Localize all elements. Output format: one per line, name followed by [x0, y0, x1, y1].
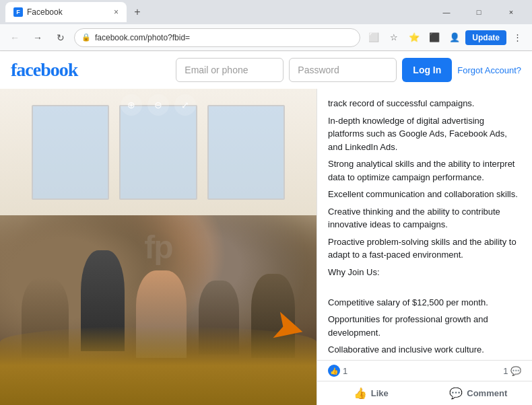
back-button[interactable]: ←: [5, 28, 24, 47]
text-line-1: track record of successful campaigns.: [328, 97, 521, 110]
facebook-favicon: F: [13, 7, 23, 17]
right-panel: track record of successful campaigns. In…: [317, 89, 532, 405]
text-why-join: Why Join Us:: [328, 266, 521, 279]
text-growth: Opportunities for professional growth an…: [328, 313, 521, 339]
office-photo: fp: [0, 89, 317, 405]
text-culture: Collaborative and inclusive work culture…: [328, 343, 521, 357]
expand-button[interactable]: ⤢: [174, 94, 196, 116]
tab-title: Facebook: [27, 7, 63, 17]
lock-icon: 🔒: [81, 33, 91, 42]
like-icon: 👍: [354, 387, 367, 400]
forward-button[interactable]: →: [28, 28, 47, 47]
login-button[interactable]: Log In: [402, 58, 452, 82]
favorites-button[interactable]: ⭐: [405, 28, 424, 47]
like-button[interactable]: 👍 Like: [317, 381, 425, 405]
like-reaction-icon: 👍: [328, 365, 340, 377]
profile-button[interactable]: 👤: [445, 28, 464, 47]
text-line-3: Strong analytical skills and the ability…: [328, 157, 521, 184]
email-phone-input[interactable]: [176, 58, 284, 82]
post-actions: 👍 Like 💬 Comment: [317, 381, 532, 405]
svg-marker-0: [273, 312, 306, 345]
text-line-2: In-depth knowledge of digital advertisin…: [328, 114, 521, 154]
main-content: ⊕ ⊖ ⤢: [0, 89, 532, 405]
zoom-in-button[interactable]: ⊕: [121, 94, 142, 116]
comment-button[interactable]: 💬 Comment: [425, 381, 533, 405]
text-salary: Competitive salary of $12,500 per month.: [328, 296, 521, 309]
text-line-6: Proactive problem-solving skills and the…: [328, 235, 521, 262]
text-line-4: Excellent communication and collaboratio…: [328, 188, 521, 201]
bookmark-button[interactable]: ☆: [385, 28, 403, 47]
post-text: track record of successful campaigns. In…: [317, 89, 532, 360]
minimize-button[interactable]: —: [431, 0, 462, 24]
like-label: Like: [371, 388, 389, 398]
facebook-logo[interactable]: facebook: [11, 59, 77, 81]
split-screen-button[interactable]: ⬛: [425, 28, 444, 47]
arrow-annotation: [269, 308, 310, 351]
forgot-account-link[interactable]: Forgot Account?: [457, 65, 521, 75]
facebook-page: facebook Log In Forgot Account? ⊕ ⊖ ⤢: [0, 51, 532, 405]
facebook-navbar: facebook Log In Forgot Account?: [0, 51, 532, 89]
zoom-out-button[interactable]: ⊖: [147, 94, 169, 116]
address-text: facebook.com/photo?fbid=: [95, 33, 353, 42]
new-tab-button[interactable]: +: [129, 4, 145, 20]
nav-inputs: Log In Forgot Account?: [176, 58, 521, 82]
photo-controls: ⊕ ⊖ ⤢: [121, 94, 196, 116]
extensions-button[interactable]: ⬜: [364, 28, 383, 47]
browser-tab[interactable]: F Facebook ×: [5, 2, 127, 22]
menu-button[interactable]: ⋮: [508, 28, 527, 47]
expand-icon: ⤢: [181, 100, 189, 110]
photo-viewer: ⊕ ⊖ ⤢: [0, 89, 317, 405]
post-stats: 👍 1 1 💬: [317, 360, 532, 381]
maximize-button[interactable]: □: [463, 0, 494, 24]
like-number: 1: [343, 366, 347, 376]
like-count: 👍 1: [328, 365, 347, 377]
password-input[interactable]: [289, 58, 397, 82]
zoom-in-icon: ⊕: [127, 100, 135, 110]
browser-toolbar: ← → ↻ 🔒 facebook.com/photo?fbid= ⬜ ☆ ⭐ ⬛…: [0, 24, 532, 51]
refresh-button[interactable]: ↻: [51, 28, 70, 47]
tab-close-button[interactable]: ×: [114, 7, 119, 17]
address-bar[interactable]: 🔒 facebook.com/photo?fbid=: [74, 28, 360, 47]
window-controls: — □ ×: [431, 0, 527, 24]
browser-titlebar: F Facebook × + — □ ×: [0, 0, 532, 24]
comment-icon: 💬: [449, 387, 463, 400]
update-button[interactable]: Update: [465, 30, 506, 45]
comment-label: Comment: [467, 388, 507, 398]
toolbar-actions: ⬜ ☆ ⭐ ⬛ 👤 Update ⋮: [364, 28, 527, 47]
zoom-out-icon: ⊖: [154, 100, 162, 110]
close-window-button[interactable]: ×: [496, 0, 527, 24]
text-line-5: Creative thinking and the ability to con…: [328, 205, 521, 231]
comment-count: 1 💬: [503, 366, 521, 376]
